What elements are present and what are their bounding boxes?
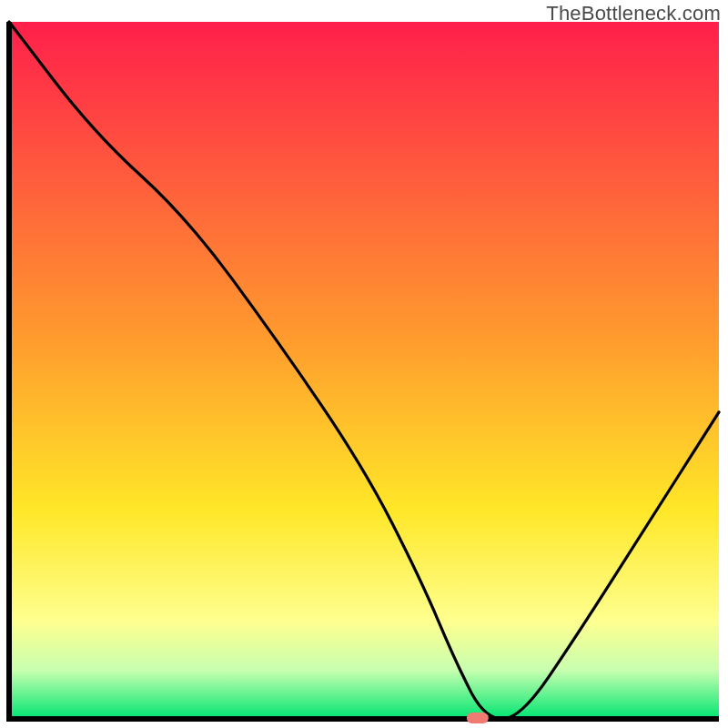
- optimal-marker: [467, 713, 489, 723]
- chart-container: TheBottleneck.com: [0, 0, 728, 728]
- gradient-background: [9, 22, 719, 719]
- bottleneck-chart: [0, 0, 728, 728]
